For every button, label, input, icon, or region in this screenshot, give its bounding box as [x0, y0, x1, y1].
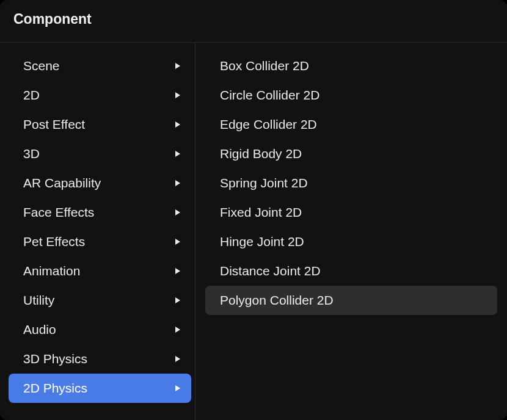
category-label: 3D Physics — [23, 352, 87, 366]
subitem-label: Box Collider 2D — [220, 59, 309, 73]
subitem-label: Spring Joint 2D — [220, 176, 308, 190]
category-label: Animation — [23, 264, 80, 278]
category-label: 2D Physics — [23, 381, 87, 396]
subitem-rigid-body-2d[interactable]: Rigid Body 2D — [205, 139, 497, 168]
subitem-label: Fixed Joint 2D — [220, 205, 302, 220]
component-picker-panel: Component Scene2DPost Effect3DAR Capabil… — [0, 0, 507, 420]
chevron-right-icon — [175, 268, 180, 274]
category-item-face-effects[interactable]: Face Effects — [9, 198, 191, 227]
category-label: Audio — [23, 322, 56, 337]
category-label: 3D — [23, 147, 40, 161]
subitem-label: Hinge Joint 2D — [220, 234, 304, 249]
category-item-scene[interactable]: Scene — [9, 51, 191, 81]
chevron-right-icon — [175, 121, 180, 128]
chevron-right-icon — [175, 327, 180, 333]
subitem-edge-collider-2d[interactable]: Edge Collider 2D — [205, 110, 497, 139]
subitem-label: Circle Collider 2D — [220, 88, 319, 103]
category-item-3d-physics[interactable]: 3D Physics — [9, 344, 191, 374]
panel-header: Component — [0, 0, 507, 43]
category-label: Scene — [23, 59, 60, 73]
subitem-polygon-collider-2d[interactable]: Polygon Collider 2D — [205, 286, 497, 315]
category-label: Utility — [23, 293, 54, 308]
chevron-right-icon — [175, 92, 180, 98]
subitem-distance-joint-2d[interactable]: Distance Joint 2D — [205, 256, 497, 286]
chevron-right-icon — [175, 356, 180, 362]
category-item-2d[interactable]: 2D — [9, 81, 191, 110]
subitem-spring-joint-2d[interactable]: Spring Joint 2D — [205, 168, 497, 198]
category-item-pet-effects[interactable]: Pet Effects — [9, 227, 191, 256]
category-item-ar-capability[interactable]: AR Capability — [9, 168, 191, 198]
subitem-label: Rigid Body 2D — [220, 147, 302, 161]
subitem-fixed-joint-2d[interactable]: Fixed Joint 2D — [205, 198, 497, 227]
chevron-right-icon — [175, 385, 180, 391]
subitem-hinge-joint-2d[interactable]: Hinge Joint 2D — [205, 227, 497, 256]
panel-title: Component — [13, 11, 92, 27]
chevron-right-icon — [175, 180, 180, 186]
category-item-2d-physics[interactable]: 2D Physics — [9, 374, 191, 403]
subitem-box-collider-2d[interactable]: Box Collider 2D — [205, 51, 497, 81]
category-item-audio[interactable]: Audio — [9, 315, 191, 344]
subitem-label: Edge Collider 2D — [220, 117, 317, 132]
subitem-list: Box Collider 2DCircle Collider 2DEdge Co… — [195, 43, 507, 420]
category-item-utility[interactable]: Utility — [9, 286, 191, 315]
category-list: Scene2DPost Effect3DAR CapabilityFace Ef… — [0, 43, 195, 420]
category-label: AR Capability — [23, 176, 101, 190]
category-item-3d[interactable]: 3D — [9, 139, 191, 168]
subitem-circle-collider-2d[interactable]: Circle Collider 2D — [205, 81, 497, 110]
chevron-right-icon — [175, 297, 180, 303]
category-label: Face Effects — [23, 205, 94, 220]
panel-body: Scene2DPost Effect3DAR CapabilityFace Ef… — [0, 43, 507, 420]
chevron-right-icon — [175, 209, 180, 215]
chevron-right-icon — [175, 63, 180, 69]
subitem-label: Polygon Collider 2D — [220, 293, 334, 308]
category-item-animation[interactable]: Animation — [9, 256, 191, 286]
subitem-label: Distance Joint 2D — [220, 264, 321, 278]
category-label: Pet Effects — [23, 234, 85, 249]
category-item-post-effect[interactable]: Post Effect — [9, 110, 191, 139]
chevron-right-icon — [175, 239, 180, 245]
chevron-right-icon — [175, 151, 180, 157]
category-label: 2D — [23, 88, 40, 103]
category-label: Post Effect — [23, 117, 85, 132]
